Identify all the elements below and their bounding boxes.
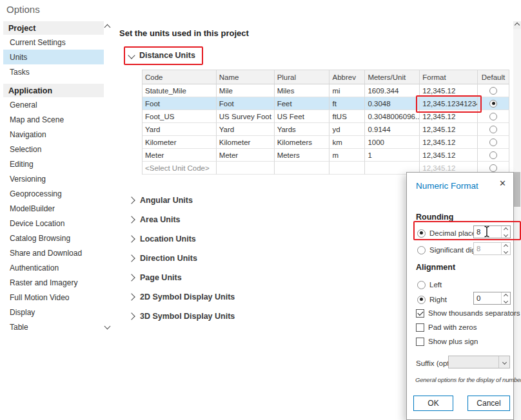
right-padding-value[interactable]: 0 — [474, 292, 501, 304]
cell-format[interactable]: 12,345.12 — [420, 149, 478, 162]
cell-abbrev: ft — [329, 97, 365, 110]
cell-format[interactable]: 12,345.12 — [420, 84, 478, 97]
decimal-places-stepper[interactable]: 8 — [473, 225, 511, 238]
distance-units-expander[interactable]: Distance Units — [129, 51, 195, 60]
column-header-name[interactable]: Name — [217, 70, 275, 84]
checkbox[interactable] — [416, 309, 424, 318]
sidebar-item-tasks[interactable]: Tasks — [3, 64, 104, 79]
section-label: 2D Symbol Display Units — [140, 292, 235, 301]
sidebar-scroll-down-icon[interactable] — [103, 322, 111, 330]
cell-abbrev: km — [329, 136, 365, 149]
section-expander-location-units[interactable]: Location Units — [129, 229, 235, 249]
cell-plural: Meters — [275, 149, 330, 162]
right-padding-stepper[interactable]: 0 — [473, 292, 511, 305]
align-right-radio[interactable] — [417, 296, 426, 304]
cell-name: Mile — [217, 84, 275, 97]
column-header-format[interactable]: Format — [420, 70, 478, 84]
align-left-radio-row[interactable]: Left — [417, 278, 442, 291]
sidebar-item-catalog-browsing[interactable]: Catalog Browsing — [3, 231, 104, 245]
cell-format[interactable]: 12,345.12341234 — [420, 97, 478, 110]
close-icon[interactable]: ✕ — [499, 178, 506, 188]
sidebar-item-versioning[interactable]: Versioning — [3, 171, 104, 186]
sidebar-item-share-and-download[interactable]: Share and Download — [3, 245, 104, 260]
cell-format[interactable]: 12,345.12 — [420, 123, 478, 136]
sidebar-item-navigation[interactable]: Navigation — [3, 127, 104, 142]
default-radio[interactable] — [489, 164, 497, 172]
sidebar-item-editing[interactable]: Editing — [3, 157, 104, 171]
stepper-arrows-icon[interactable] — [501, 292, 510, 304]
sidebar-item-units[interactable]: Units — [3, 50, 104, 64]
column-header-meters-unit[interactable]: Meters/Unit — [365, 70, 420, 84]
section-expander-2d-symbol-display-units[interactable]: 2D Symbol Display Units — [129, 287, 235, 307]
section-expander-area-units[interactable]: Area Units — [129, 210, 235, 229]
cancel-button[interactable]: Cancel — [467, 396, 510, 411]
table-row[interactable]: FootFootFeetft0.304812,345.12341234 — [143, 97, 509, 110]
cell-plural: Feet — [275, 97, 330, 110]
chevron-down-icon[interactable] — [498, 356, 509, 368]
decimal-places-radio-row[interactable]: Decimal places — [417, 227, 480, 240]
cell-plural: Miles — [275, 84, 330, 97]
checkbox-row-show-thousands-separators[interactable]: Show thousands separators — [416, 306, 520, 320]
cell-format[interactable]: 12,345.12 — [420, 136, 478, 149]
section-expander-3d-symbol-display-units[interactable]: 3D Symbol Display Units — [129, 307, 235, 326]
cell-name: Yard — [217, 123, 275, 136]
scrollbar-thumb[interactable] — [514, 172, 520, 207]
stepper-arrows-icon — [501, 243, 510, 254]
section-expander-angular-units[interactable]: Angular Units — [129, 191, 235, 210]
units-table: CodeNamePluralAbbrevMeters/UnitFormatDef… — [142, 70, 509, 175]
section-label: Angular Units — [140, 196, 193, 205]
sidebar-item-current-settings[interactable]: Current Settings — [3, 35, 104, 50]
checkbox[interactable] — [416, 338, 424, 346]
table-row[interactable]: Foot_USUS Survey FootUS FeetftUS0.304800… — [143, 110, 509, 123]
column-header-code[interactable]: Code — [143, 70, 217, 84]
sidebar-item-full-motion-video[interactable]: Full Motion Video — [3, 290, 104, 305]
table-row[interactable]: KilometerKilometerKilometerskm100012,345… — [143, 136, 509, 149]
table-row[interactable]: Statute_MileMileMilesmi1609.34412,345.12 — [143, 84, 509, 97]
suffix-dropdown[interactable] — [448, 356, 510, 368]
default-radio[interactable] — [489, 113, 497, 120]
default-radio[interactable] — [489, 138, 497, 146]
section-label: Location Units — [140, 234, 196, 243]
default-radio[interactable] — [489, 151, 497, 159]
sidebar-item-map-and-scene[interactable]: Map and Scene — [3, 112, 104, 127]
options-window: Options ProjectCurrent SettingsUnitsTask… — [0, 0, 521, 420]
cell-format[interactable]: 12,345.12 — [420, 110, 478, 123]
scroll-up-icon[interactable] — [513, 21, 521, 29]
column-header-plural[interactable]: Plural — [275, 70, 330, 84]
default-radio[interactable] — [489, 87, 497, 95]
dialog-footnote: General options for the display of numbe… — [415, 376, 521, 383]
table-row[interactable]: YardYardYardsyd0.914412,345.12 — [143, 123, 509, 136]
column-header-default[interactable]: Default — [478, 70, 509, 84]
significant-digits-radio[interactable] — [417, 246, 426, 254]
sidebar-item-geoprocessing[interactable]: Geoprocessing — [3, 186, 104, 201]
decimal-places-value[interactable]: 8 — [474, 226, 501, 238]
align-right-radio-row[interactable]: Right — [417, 293, 447, 306]
cell-abbrev: ftUS — [329, 110, 365, 123]
sidebar-item-raster-and-imagery[interactable]: Raster and Imagery — [3, 275, 104, 290]
sidebar-item-device-location[interactable]: Device Location — [3, 216, 104, 231]
decimal-places-radio[interactable] — [417, 229, 426, 238]
section-expander-page-units[interactable]: Page Units — [129, 268, 235, 287]
default-radio[interactable] — [489, 126, 497, 133]
ok-button[interactable]: OK — [413, 396, 453, 411]
sidebar-scroll-up-icon[interactable] — [103, 23, 111, 31]
cell-name — [217, 162, 275, 175]
align-left-radio[interactable] — [417, 281, 426, 289]
sidebar-item-authentication[interactable]: Authentication — [3, 260, 104, 275]
sidebar-item-display[interactable]: Display — [3, 305, 104, 320]
checkbox[interactable] — [416, 323, 424, 332]
section-expander-direction-units[interactable]: Direction Units — [129, 249, 235, 268]
main-scrollbar[interactable] — [513, 21, 521, 420]
sidebar-item-selection[interactable]: Selection — [3, 142, 104, 157]
sidebar: ProjectCurrent SettingsUnitsTasksApplica… — [3, 21, 104, 334]
stepper-arrows-icon[interactable] — [501, 226, 510, 238]
checkbox-row-pad-with-zeros[interactable]: Pad with zeros — [416, 320, 520, 334]
checkbox-row-show-plus-sign[interactable]: Show plus sign — [416, 334, 520, 348]
column-header-abbrev[interactable]: Abbrev — [329, 70, 365, 84]
sidebar-item-modelbuilder[interactable]: ModelBuilder — [3, 201, 104, 216]
sidebar-item-table[interactable]: Table — [3, 320, 104, 334]
cell-default — [478, 123, 509, 136]
table-row[interactable]: MeterMeterMetersm112,345.12 — [143, 149, 509, 162]
sidebar-item-general[interactable]: General — [3, 97, 104, 112]
default-radio[interactable] — [489, 100, 497, 108]
